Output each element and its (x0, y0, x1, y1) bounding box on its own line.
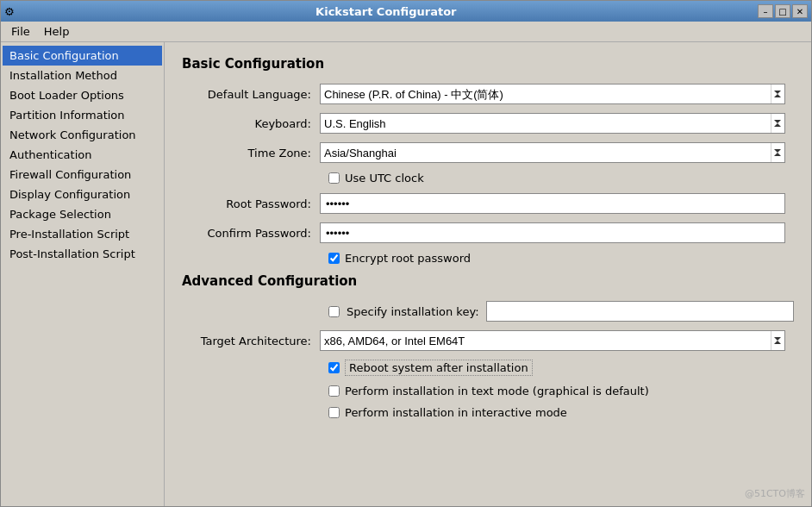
reboot-label[interactable]: Reboot system after installation (345, 360, 533, 376)
keyboard-row: Keyboard: U.S. English (182, 113, 794, 134)
default-language-control: Chinese (P.R. of China) - 中文(简体) (320, 84, 785, 104)
watermark: @51CTO博客 (745, 487, 805, 500)
timezone-row: Time Zone: Asia/Shanghai (182, 142, 794, 163)
interactive-checkbox[interactable] (328, 407, 340, 418)
reboot-checkbox[interactable] (328, 362, 340, 373)
sidebar-item-display-config[interactable]: Display Configuration (3, 185, 162, 204)
app-icon: ⚙ (4, 5, 15, 18)
sidebar-item-firewall-config[interactable]: Firewall Configuration (3, 165, 162, 185)
sidebar-item-post-install[interactable]: Post-Installation Script (3, 244, 162, 264)
sidebar-item-package-selection[interactable]: Package Selection (3, 204, 162, 224)
target-arch-select[interactable]: x86, AMD64, or Intel EM64T (320, 330, 785, 351)
confirm-password-input[interactable] (320, 222, 785, 243)
keyboard-select[interactable]: U.S. English (320, 113, 785, 134)
window-title: Kickstart Configurator (15, 5, 758, 18)
text-mode-checkbox[interactable] (328, 385, 340, 397)
timezone-control: Asia/Shanghai (320, 142, 785, 163)
timezone-label: Time Zone: (182, 147, 320, 160)
specify-key-row: Specify installation key: (182, 301, 794, 322)
root-password-input[interactable] (320, 193, 785, 214)
root-password-label: Root Password: (182, 197, 320, 210)
titlebar-left: ⚙ (4, 5, 15, 18)
sidebar-item-installation-method[interactable]: Installation Method (3, 66, 162, 85)
specify-key-input[interactable] (486, 301, 794, 322)
utc-clock-label[interactable]: Use UTC clock (345, 172, 424, 185)
default-language-label: Default Language: (182, 88, 320, 101)
target-arch-control: x86, AMD64, or Intel EM64T (320, 330, 785, 351)
sidebar-item-pre-install[interactable]: Pre-Installation Script (3, 224, 162, 244)
specify-key-checkbox[interactable] (328, 306, 340, 317)
content-area: Basic Configuration Installation Method … (1, 42, 811, 506)
confirm-password-row: Confirm Password: (182, 222, 794, 243)
sidebar: Basic Configuration Installation Method … (1, 42, 165, 506)
keyboard-label: Keyboard: (182, 117, 320, 130)
confirm-password-label: Confirm Password: (182, 227, 320, 240)
utc-clock-checkbox[interactable] (328, 172, 340, 184)
encrypt-password-label[interactable]: Encrypt root password (345, 252, 471, 265)
basic-config-title: Basic Configuration (182, 56, 794, 72)
target-arch-row: Target Architecture: x86, AMD64, or Inte… (182, 330, 794, 351)
menubar: File Help (1, 22, 811, 42)
target-arch-label: Target Architecture: (182, 335, 320, 347)
confirm-password-control (320, 222, 785, 243)
encrypt-row: Encrypt root password (182, 252, 794, 265)
sidebar-item-partition-info[interactable]: Partition Information (3, 105, 162, 125)
interactive-label[interactable]: Perform installation in interactive mode (345, 406, 567, 419)
menu-file[interactable]: File (4, 23, 37, 40)
default-language-select[interactable]: Chinese (P.R. of China) - 中文(简体) (320, 84, 785, 104)
titlebar-buttons: – □ ✕ (758, 4, 808, 18)
interactive-row: Perform installation in interactive mode (182, 406, 794, 419)
default-language-row: Default Language: Chinese (P.R. of China… (182, 84, 794, 104)
minimize-button[interactable]: – (758, 4, 773, 18)
main-panel: Basic Configuration Default Language: Ch… (165, 42, 811, 506)
sidebar-item-authentication[interactable]: Authentication (3, 145, 162, 165)
sidebar-item-boot-loader[interactable]: Boot Loader Options (3, 85, 162, 105)
adv-config-title: Advanced Configuration (182, 273, 794, 289)
text-mode-label[interactable]: Perform installation in text mode (graph… (345, 385, 649, 397)
sidebar-item-basic-configuration[interactable]: Basic Configuration (3, 46, 162, 66)
root-password-control (320, 193, 785, 214)
menu-help[interactable]: Help (37, 23, 77, 40)
maximize-button[interactable]: □ (775, 4, 790, 18)
text-mode-row: Perform installation in text mode (graph… (182, 385, 794, 397)
titlebar: ⚙ Kickstart Configurator – □ ✕ (1, 1, 811, 22)
close-button[interactable]: ✕ (792, 4, 808, 18)
keyboard-control: U.S. English (320, 113, 785, 134)
specify-key-label[interactable]: Specify installation key: (347, 305, 479, 318)
sidebar-item-network-config[interactable]: Network Configuration (3, 125, 162, 145)
main-window: ⚙ Kickstart Configurator – □ ✕ File Help… (0, 0, 812, 507)
reboot-row: Reboot system after installation (182, 360, 794, 376)
root-password-row: Root Password: (182, 193, 794, 214)
encrypt-password-checkbox[interactable] (328, 253, 340, 264)
utc-row: Use UTC clock (182, 172, 794, 185)
timezone-select[interactable]: Asia/Shanghai (320, 142, 785, 163)
